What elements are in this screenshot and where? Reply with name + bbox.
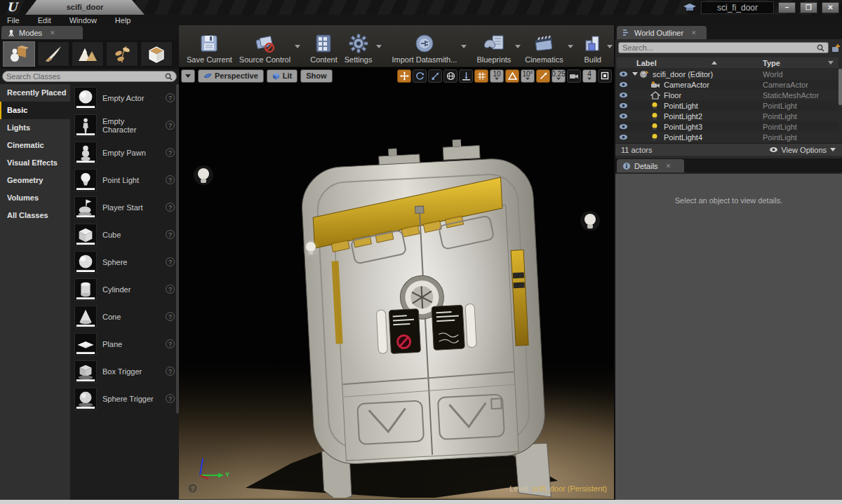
maximize-viewport-button[interactable] xyxy=(598,69,612,83)
content-button[interactable]: Content xyxy=(307,27,341,65)
item-cone[interactable]: Cone? xyxy=(70,303,179,330)
eye-icon[interactable] xyxy=(619,92,628,98)
category-geometry[interactable]: Geometry xyxy=(0,172,70,189)
close-button[interactable]: ✕ xyxy=(822,2,839,13)
mode-place-button[interactable] xyxy=(3,41,35,67)
help-icon[interactable]: ? xyxy=(166,203,175,212)
item-sphere[interactable]: Sphere? xyxy=(70,248,179,275)
cinematics-button[interactable]: Cinematics xyxy=(521,27,566,65)
help-icon[interactable]: ? xyxy=(187,483,198,493)
item-empty-pawn[interactable]: Empty Pawn? xyxy=(70,139,179,166)
eye-icon[interactable] xyxy=(619,113,628,119)
outliner-row-pointlight2[interactable]: PointLight2 PointLight xyxy=(617,111,838,121)
blueprints-button[interactable]: Blueprints xyxy=(473,27,514,65)
outliner-row-pointlight[interactable]: PointLight PointLight xyxy=(617,100,838,111)
chevron-down-icon[interactable] xyxy=(376,45,382,48)
menu-help[interactable]: Help xyxy=(115,16,131,25)
menu-edit[interactable]: Edit xyxy=(38,16,51,25)
maximize-button[interactable]: ❒ xyxy=(800,2,817,13)
outliner-scrollbar[interactable] xyxy=(838,69,842,105)
chevron-down-icon[interactable] xyxy=(568,45,573,48)
tab-close-icon[interactable]: ✕ xyxy=(691,29,697,36)
help-icon[interactable]: ? xyxy=(166,93,175,102)
chevron-down-icon[interactable] xyxy=(515,45,521,48)
level-viewport[interactable]: Perspective Lit Show xyxy=(179,67,614,499)
category-all-classes[interactable]: All Classes xyxy=(0,207,70,224)
viewport-options-button[interactable] xyxy=(181,69,195,83)
item-plane[interactable]: Plane? xyxy=(70,330,179,357)
mode-landscape-button[interactable] xyxy=(72,41,104,67)
item-cube[interactable]: Cube? xyxy=(70,221,179,248)
category-volumes[interactable]: Volumes xyxy=(0,189,70,207)
grid-snap-value[interactable]: 10 xyxy=(490,69,504,83)
level-tab[interactable]: scifi_door xyxy=(25,0,145,15)
outliner-row-camera[interactable]: CameraActor CameraActor xyxy=(617,79,838,90)
tutorial-cap-icon[interactable] xyxy=(683,2,697,13)
eye-icon[interactable] xyxy=(619,71,628,77)
eye-icon[interactable] xyxy=(619,102,628,109)
item-point-light[interactable]: Point Light? xyxy=(70,166,179,193)
camera-speed-button[interactable] xyxy=(567,69,581,83)
outliner-row-world[interactable]: scifi_door (Editor) World xyxy=(617,69,838,79)
add-filter-icon[interactable] xyxy=(831,43,841,53)
search-classes-input[interactable] xyxy=(6,72,165,81)
surface-snap-button[interactable] xyxy=(459,69,473,83)
item-box-trigger[interactable]: Box Trigger? xyxy=(70,357,179,385)
help-icon[interactable]: ? xyxy=(166,148,175,157)
category-visual-effects[interactable]: Visual Effects xyxy=(0,154,70,172)
eye-icon[interactable] xyxy=(619,134,628,140)
minimize-button[interactable]: – xyxy=(778,2,796,13)
column-label[interactable]: Label xyxy=(617,59,657,67)
mode-geometry-button[interactable] xyxy=(140,41,173,67)
save-current-button[interactable]: Save Current xyxy=(183,27,236,65)
column-type[interactable]: Type xyxy=(763,59,780,67)
tab-close-icon[interactable]: ✕ xyxy=(666,163,671,170)
build-button[interactable]: Build xyxy=(580,27,606,65)
rotate-tool-button[interactable] xyxy=(413,69,427,83)
sort-asc-icon[interactable] xyxy=(711,61,717,64)
scale-tool-button[interactable] xyxy=(428,69,442,83)
mode-foliage-button[interactable] xyxy=(106,41,138,67)
menu-file[interactable]: File xyxy=(7,16,20,25)
chevron-down-icon[interactable] xyxy=(461,45,467,48)
menu-window[interactable]: Window xyxy=(69,16,97,25)
settings-button[interactable]: Settings xyxy=(341,27,376,65)
outliner-row-pointlight3[interactable]: PointLight3 PointLight xyxy=(617,121,838,132)
camera-speed-value[interactable]: 4 xyxy=(582,69,596,83)
view-options-button[interactable]: View Options xyxy=(769,146,836,154)
help-icon[interactable]: ? xyxy=(166,121,175,130)
rotation-snap-value[interactable]: 10° xyxy=(521,69,535,83)
source-control-button[interactable]: Source Control xyxy=(236,27,294,65)
eye-icon[interactable] xyxy=(619,123,628,130)
help-icon[interactable]: ? xyxy=(166,257,175,266)
help-icon[interactable]: ? xyxy=(166,175,175,184)
chevron-down-icon[interactable] xyxy=(607,45,613,48)
help-icon[interactable]: ? xyxy=(166,367,175,376)
rotation-snap-toggle[interactable] xyxy=(505,69,519,83)
grid-snap-toggle[interactable] xyxy=(474,69,488,83)
help-icon[interactable]: ? xyxy=(166,312,175,321)
item-player-start[interactable]: Player Start? xyxy=(70,193,179,221)
category-recently-placed[interactable]: Recently Placed xyxy=(0,84,70,102)
tab-close-icon[interactable]: ✕ xyxy=(50,29,55,36)
expand-arrow-icon[interactable] xyxy=(632,72,638,76)
item-empty-actor[interactable]: Empty Actor? xyxy=(70,84,179,111)
tab-world-outliner[interactable]: World Outliner ✕ xyxy=(617,26,707,39)
category-basic[interactable]: Basic xyxy=(0,102,70,119)
help-icon[interactable]: ? xyxy=(166,230,175,239)
category-cinematic[interactable]: Cinematic xyxy=(0,137,70,154)
outliner-search-input[interactable] xyxy=(622,43,817,52)
item-cylinder[interactable]: Cylinder? xyxy=(70,275,179,303)
category-lights[interactable]: Lights xyxy=(0,119,70,137)
item-empty-character[interactable]: Empty Character? xyxy=(70,111,179,139)
help-icon[interactable]: ? xyxy=(166,285,175,294)
chevron-down-icon[interactable] xyxy=(828,61,834,64)
import-datasmith-button[interactable]: Import Datasmith... xyxy=(388,27,460,65)
mode-paint-button[interactable] xyxy=(37,41,69,67)
help-icon[interactable]: ? xyxy=(166,394,175,403)
move-tool-button[interactable] xyxy=(397,69,411,83)
scale-snap-toggle[interactable] xyxy=(536,69,550,83)
world-local-toggle[interactable] xyxy=(443,69,457,83)
perspective-button[interactable]: Perspective xyxy=(198,69,264,83)
item-sphere-trigger[interactable]: Sphere Trigger? xyxy=(70,385,179,412)
